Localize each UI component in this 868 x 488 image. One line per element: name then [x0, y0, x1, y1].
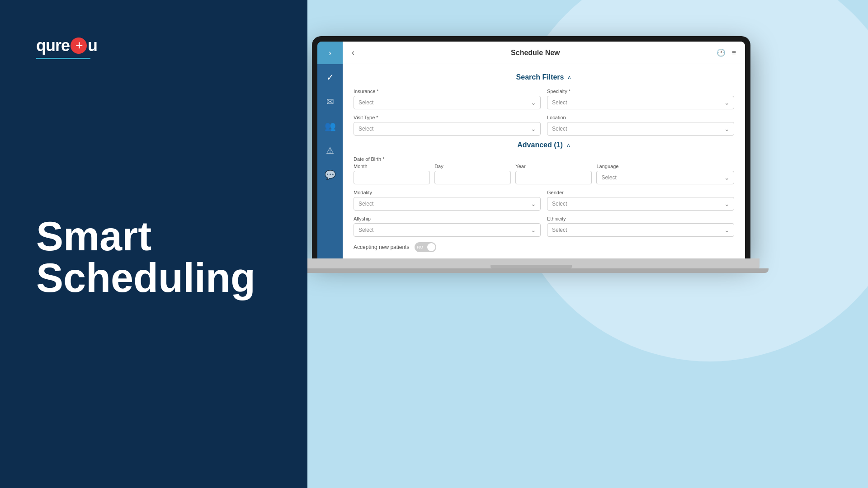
app-main: ‹ Schedule New 🕐 ≡ Search Filters ∧ — [343, 42, 745, 258]
specialty-label: Specialty * — [547, 89, 734, 94]
ethnicity-select[interactable]: Select — [547, 223, 734, 237]
check-circle-icon: ✓ — [326, 72, 334, 83]
logo-plus-icon — [71, 38, 87, 54]
toggle-knob — [427, 243, 435, 251]
tagline-line1: Smart — [36, 216, 255, 257]
advanced-collapse-icon[interactable]: ∧ — [566, 142, 571, 148]
sidebar-item-schedule[interactable]: ✓ — [317, 66, 343, 89]
accepting-label: Accepting new patients — [354, 244, 409, 250]
ethnicity-group: Ethnicity Select — [547, 216, 734, 237]
page-title: Schedule New — [511, 49, 560, 57]
insurance-select-wrapper: Select — [354, 96, 541, 109]
language-group: Language Select — [596, 164, 734, 184]
app-header: ‹ Schedule New 🕐 ≡ — [343, 42, 745, 64]
month-label: Month — [354, 164, 430, 169]
modality-label: Modality — [354, 190, 541, 195]
menu-icon[interactable]: ≡ — [732, 49, 736, 57]
allyship-group: Allyship Select — [354, 216, 541, 237]
insurance-group: Insurance * Select — [354, 89, 541, 109]
accepting-toggle[interactable]: NO — [415, 242, 436, 252]
location-group: Location Select — [547, 115, 734, 136]
location-label: Location — [547, 115, 734, 120]
modality-select[interactable]: Select — [354, 197, 541, 211]
ethnicity-label: Ethnicity — [547, 216, 734, 221]
gender-label: Gender — [547, 190, 734, 195]
dob-year-input[interactable] — [515, 171, 592, 184]
dob-day-group: Day — [434, 164, 511, 184]
insurance-label: Insurance * — [354, 89, 541, 94]
app-content: Search Filters ∧ Insurance * Select — [343, 64, 745, 258]
day-label: Day — [434, 164, 511, 169]
modality-group: Modality Select — [354, 190, 541, 211]
clock-icon[interactable]: 🕐 — [717, 48, 726, 57]
insurance-select[interactable]: Select — [354, 96, 541, 109]
language-select[interactable]: Select — [596, 171, 734, 184]
gender-select-wrapper: Select — [547, 197, 734, 211]
year-label: Year — [515, 164, 592, 169]
laptop-base — [307, 258, 760, 268]
left-panel: qure u Smart Scheduling — [0, 0, 307, 488]
advanced-section: Advanced (1) ∧ Date of Birth * Month — [354, 141, 734, 252]
dob-day-input[interactable] — [434, 171, 511, 184]
sidebar-item-messages[interactable]: ✉ — [317, 90, 343, 113]
search-filters-header: Search Filters ∧ — [354, 73, 734, 81]
dob-month-input[interactable] — [354, 171, 430, 184]
app-sidebar: › ✓ ✉ 👥 ⚠ 💬 — [317, 42, 343, 258]
modality-select-wrapper: Select — [354, 197, 541, 211]
gender-group: Gender Select — [547, 190, 734, 211]
allyship-select-wrapper: Select — [354, 223, 541, 237]
allyship-ethnicity-row: Allyship Select Ethnicity — [354, 216, 734, 237]
laptop-screen-outer: › ✓ ✉ 👥 ⚠ 💬 — [312, 36, 750, 258]
header-icons: 🕐 ≡ — [717, 48, 736, 57]
toggle-label: NO — [417, 245, 423, 249]
alert-icon: ⚠ — [326, 145, 334, 156]
logo-qure-text: qure — [36, 36, 70, 55]
visit-location-row: Visit Type * Select Locati — [354, 115, 734, 136]
accepting-row: Accepting new patients NO — [354, 242, 734, 252]
logo-container: qure u — [36, 36, 98, 59]
chat-icon: 💬 — [325, 169, 336, 180]
logo-u-text: u — [88, 36, 98, 55]
location-select[interactable]: Select — [547, 122, 734, 136]
dob-month-group: Date of Birth * Month — [354, 156, 430, 184]
sidebar-item-alerts[interactable]: ⚠ — [317, 139, 343, 162]
specialty-group: Specialty * Select — [547, 89, 734, 109]
location-select-wrapper: Select — [547, 122, 734, 136]
logo: qure u — [36, 36, 98, 55]
visit-type-label: Visit Type * — [354, 115, 541, 120]
right-panel: › ✓ ✉ 👥 ⚠ 💬 — [307, 0, 868, 488]
sidebar-item-chat[interactable]: 💬 — [317, 164, 343, 186]
gender-select[interactable]: Select — [547, 197, 734, 211]
visit-type-select[interactable]: Select — [354, 122, 541, 136]
advanced-header: Advanced (1) ∧ — [354, 141, 734, 149]
chevron-right-icon: › — [329, 48, 331, 58]
specialty-select-wrapper: Select — [547, 96, 734, 109]
sidebar-item-users[interactable]: 👥 — [317, 115, 343, 137]
dob-label: Date of Birth * — [354, 156, 430, 162]
back-button[interactable]: ‹ — [352, 48, 354, 57]
visit-type-group: Visit Type * Select — [354, 115, 541, 136]
advanced-title: Advanced (1) — [517, 141, 562, 149]
logo-underline — [36, 58, 90, 59]
sidebar-toggle-button[interactable]: › — [317, 42, 343, 64]
specialty-select[interactable]: Select — [547, 96, 734, 109]
language-label: Language — [596, 164, 734, 169]
language-select-wrapper: Select — [596, 171, 734, 184]
ethnicity-select-wrapper: Select — [547, 223, 734, 237]
users-icon: 👥 — [325, 121, 336, 131]
dob-language-row: Date of Birth * Month Day — [354, 156, 734, 184]
insurance-specialty-row: Insurance * Select Special — [354, 89, 734, 109]
modality-gender-row: Modality Select Gender — [354, 190, 734, 211]
laptop-bottom-bar — [307, 268, 769, 273]
mail-icon: ✉ — [326, 96, 334, 107]
allyship-select[interactable]: Select — [354, 223, 541, 237]
allyship-label: Allyship — [354, 216, 541, 221]
laptop-screen: › ✓ ✉ 👥 ⚠ 💬 — [317, 42, 745, 258]
visit-type-select-wrapper: Select — [354, 122, 541, 136]
dob-year-group: Year — [515, 164, 592, 184]
laptop: › ✓ ✉ 👥 ⚠ 💬 — [307, 36, 769, 273]
collapse-icon[interactable]: ∧ — [567, 74, 571, 80]
tagline: Smart Scheduling — [36, 216, 255, 300]
tagline-line2: Scheduling — [36, 257, 255, 300]
search-filters-title: Search Filters — [516, 73, 564, 81]
